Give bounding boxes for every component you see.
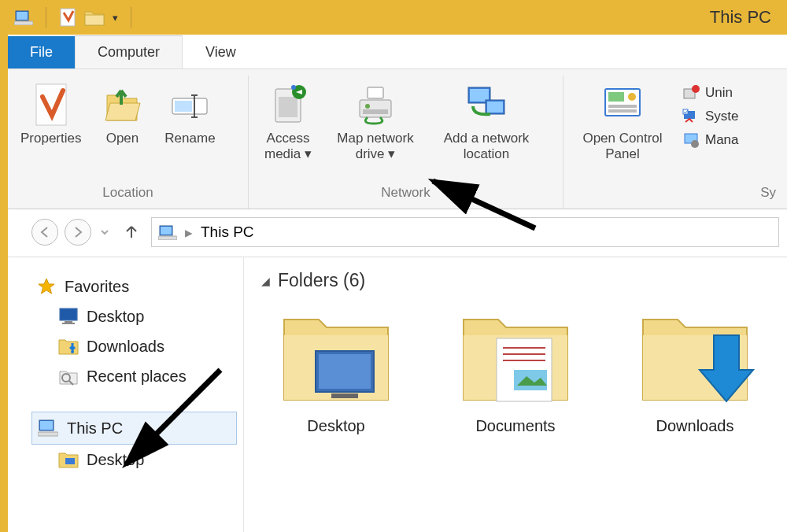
svg-rect-4 [85, 15, 104, 25]
svg-point-30 [692, 85, 700, 93]
address-bar[interactable]: ▸ This PC [151, 217, 779, 247]
uninstall-button[interactable]: Unin [678, 82, 742, 104]
svg-rect-8 [175, 101, 192, 112]
manage-icon [682, 131, 700, 150]
add-network-location-icon [464, 82, 509, 127]
svg-point-18 [365, 104, 370, 109]
quick-access-toolbar: ▾ [14, 7, 136, 28]
rename-icon [167, 82, 212, 127]
properties-icon[interactable] [59, 8, 76, 27]
manage-button[interactable]: Mana [678, 129, 742, 151]
documents-folder-icon [453, 301, 578, 411]
group-label-location: Location [16, 182, 240, 205]
svg-point-15 [291, 85, 296, 90]
access-media-icon [265, 82, 311, 127]
group-label-system: Sy [571, 182, 779, 205]
open-control-panel-button[interactable]: Open Control Panel [571, 79, 674, 168]
system-properties-button[interactable]: Syste [678, 105, 742, 127]
folder-label: Documents [475, 417, 555, 435]
new-folder-icon[interactable] [84, 9, 105, 26]
folder-item-desktop[interactable]: Desktop [269, 301, 403, 435]
content: Favorites Desktop Downloads Recent place… [8, 257, 787, 532]
svg-rect-2 [14, 21, 33, 25]
recent-locations-button[interactable] [98, 219, 112, 246]
svg-rect-40 [65, 321, 72, 323]
system-properties-icon [682, 107, 700, 126]
main-pane: ◢ Folders (6) Desktop Documents [244, 257, 787, 532]
sidebar-item-label: Recent places [87, 368, 187, 386]
folder-label: Downloads [656, 417, 734, 435]
this-pc-icon [37, 417, 59, 439]
chevron-right-icon: ▸ [185, 224, 193, 242]
access-media-button[interactable]: Access media ▾ [257, 79, 320, 168]
sidebar-desktop-sub[interactable]: Desktop [54, 445, 237, 475]
recent-places-icon [58, 366, 79, 386]
svg-rect-37 [158, 236, 177, 240]
tab-view[interactable]: View [183, 35, 259, 68]
desktop-folder-icon [58, 449, 79, 470]
desktop-folder-icon [273, 301, 399, 411]
file-explorer-window: ▾ This PC File Computer View Properties [0, 0, 787, 532]
svg-rect-39 [61, 309, 76, 320]
svg-rect-46 [38, 432, 58, 436]
sidebar-item-label: This PC [67, 419, 123, 438]
sidebar-favorites[interactable]: Favorites [31, 272, 237, 301]
star-icon [36, 276, 57, 297]
window-title: This PC [710, 7, 771, 28]
map-drive-icon [353, 82, 398, 127]
svg-point-42 [71, 350, 74, 353]
navigation-bar: ▸ This PC [8, 209, 787, 257]
svg-point-26 [628, 93, 636, 101]
dropdown-icon[interactable]: ▾ [113, 12, 118, 24]
map-network-drive-button[interactable]: Map network drive ▾ [324, 79, 427, 168]
group-label-network: Network [257, 182, 555, 205]
folder-item-documents[interactable]: Documents [449, 301, 582, 435]
folder-item-downloads[interactable]: Downloads [628, 301, 762, 435]
this-pc-icon [14, 9, 33, 25]
section-header-folders[interactable]: ◢ Folders (6) [261, 270, 779, 291]
svg-rect-23 [487, 102, 503, 113]
this-pc-icon [158, 224, 177, 240]
sidebar-recent-places[interactable]: Recent places [54, 361, 237, 391]
folder-label: Desktop [307, 417, 364, 435]
svg-rect-27 [608, 105, 637, 108]
sidebar-this-pc[interactable]: This PC [31, 412, 237, 445]
sidebar-desktop[interactable]: Desktop [54, 301, 237, 331]
svg-rect-1 [17, 12, 28, 20]
open-button[interactable]: Open [91, 79, 153, 168]
svg-rect-45 [40, 421, 53, 430]
svg-rect-28 [608, 109, 637, 113]
sidebar-item-label: Downloads [87, 338, 164, 356]
properties-button[interactable]: Properties [16, 79, 86, 168]
sidebar-item-label: Desktop [87, 451, 144, 469]
svg-rect-16 [360, 100, 391, 117]
downloads-folder-icon [632, 301, 758, 411]
svg-rect-36 [161, 227, 172, 235]
svg-rect-25 [608, 92, 624, 102]
desktop-icon [58, 306, 79, 327]
titlebar: ▾ This PC [8, 0, 787, 35]
back-button[interactable] [31, 219, 58, 246]
ribbon-tabs: File Computer View [8, 35, 787, 69]
rename-button[interactable]: Rename [158, 79, 221, 168]
up-button[interactable] [118, 219, 145, 246]
add-network-location-button[interactable]: Add a network location [431, 79, 541, 168]
svg-rect-17 [363, 109, 388, 114]
navigation-pane: Favorites Desktop Downloads Recent place… [8, 257, 244, 532]
svg-rect-50 [331, 393, 358, 398]
svg-rect-41 [62, 323, 75, 324]
collapse-icon: ◢ [261, 275, 270, 287]
tab-computer[interactable]: Computer [75, 35, 183, 68]
svg-rect-13 [279, 97, 297, 117]
forward-button[interactable] [65, 219, 91, 246]
section-title: Folders (6) [278, 270, 365, 291]
sidebar-downloads[interactable]: Downloads [54, 331, 237, 361]
breadcrumb-location[interactable]: This PC [201, 224, 254, 241]
svg-rect-19 [368, 87, 383, 98]
open-icon [99, 82, 145, 127]
uninstall-icon [682, 83, 700, 102]
svg-rect-49 [319, 354, 371, 389]
svg-point-34 [691, 140, 699, 148]
tab-file[interactable]: File [8, 36, 75, 68]
sidebar-item-label: Favorites [65, 278, 129, 296]
